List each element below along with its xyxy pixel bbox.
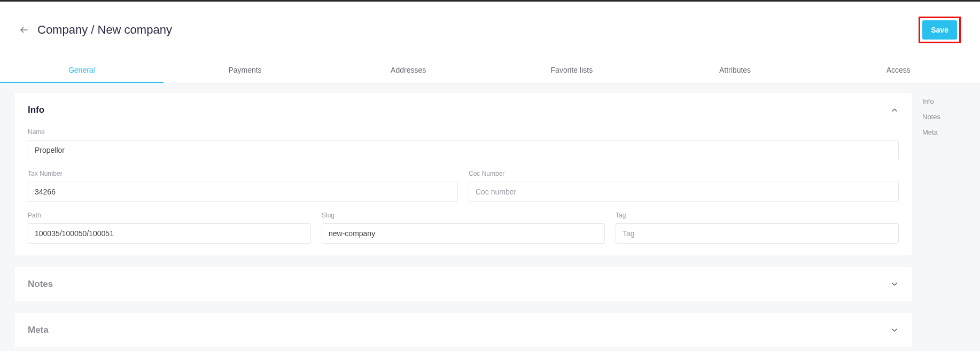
label-path: Path [28,212,311,219]
save-button-highlight: Save [919,17,961,43]
chevron-up-icon[interactable] [890,106,899,114]
tab-attributes[interactable]: Attributes [654,58,817,83]
tab-payments[interactable]: Payments [164,58,327,83]
anchor-link-notes[interactable]: Notes [922,113,965,121]
panel-info: Info Name Tax Number [15,93,912,255]
input-tag[interactable] [616,223,899,244]
page-header: Company / New company Save [0,2,980,58]
tab-general[interactable]: General [0,58,164,83]
label-slug: Slug [322,212,605,219]
panel-notes: Notes [15,267,912,301]
label-tag: Tag [616,212,899,219]
save-button[interactable]: Save [922,20,957,40]
back-arrow-icon[interactable] [19,25,29,35]
input-slug[interactable] [322,223,605,244]
panel-meta-title: Meta [28,325,49,336]
tab-addresses[interactable]: Addresses [326,58,490,83]
tab-favorite-lists[interactable]: Favorite lists [490,58,654,83]
input-coc-number[interactable] [469,182,899,202]
panel-notes-title: Notes [28,279,53,290]
section-anchor-nav: Info Notes Meta [922,93,965,351]
label-coc-number: Coc Number [469,170,899,177]
label-tax-number: Tax Number [28,170,458,177]
chevron-down-icon[interactable] [890,280,899,288]
panel-info-title: Info [28,105,44,115]
input-name[interactable] [28,140,899,160]
label-name: Name [28,128,899,136]
input-tax-number[interactable] [28,182,458,202]
tab-bar: General Payments Addresses Favorite list… [0,58,980,83]
input-path[interactable] [28,223,311,244]
tab-access[interactable]: Access [816,58,980,83]
page-title: Company / New company [37,23,172,37]
anchor-link-info[interactable]: Info [922,97,965,105]
anchor-link-meta[interactable]: Meta [922,128,965,136]
chevron-down-icon[interactable] [890,326,899,334]
panel-meta: Meta [15,313,912,347]
content-area: Info Name Tax Number [0,83,980,351]
